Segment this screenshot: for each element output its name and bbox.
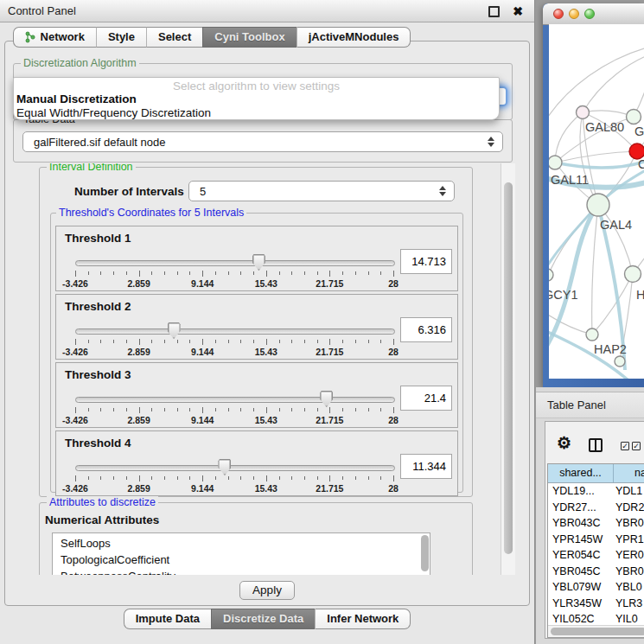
scrollbar-thumb[interactable] [504,182,513,554]
close-window-icon[interactable] [553,9,564,19]
cell-shared-name[interactable]: YBR045C [548,564,615,580]
cell-name[interactable]: YER0 [615,547,644,564]
cell-name[interactable]: YBR0 [615,564,644,580]
close-panel-icon[interactable]: ✖ [513,2,523,21]
slider-thumb[interactable] [320,391,333,407]
network-node[interactable] [627,110,641,124]
threshold-value-field[interactable]: 6.316 [400,317,452,342]
slider-tick [355,408,356,411]
slider-thumb[interactable] [252,254,265,271]
table-row[interactable]: YBL079WYBL0 [548,579,644,596]
network-window-titlebar [543,3,644,25]
thresholds-group: Threshold's Coordinates for 5 Intervals … [50,213,463,493]
table-row[interactable]: YDR27...YDR2 [548,500,644,516]
apply-button[interactable]: Apply [239,581,295,600]
threshold-value-field[interactable]: 21.4 [400,386,452,411]
network-node[interactable] [549,156,562,169]
slider-tick [253,476,254,480]
slider-tick [151,340,152,343]
cell-shared-name[interactable]: YDL19... [548,483,615,500]
algorithm-option-manual[interactable]: Manual Discretization [14,92,499,106]
slider-track[interactable] [75,465,395,471]
slider-track[interactable] [75,328,395,335]
slider-thumb[interactable] [168,322,181,339]
list-scrollbar[interactable] [421,535,429,571]
cell-name[interactable]: YLR3 [615,596,644,612]
slider-tick [100,340,101,343]
checked-checkbox-icon[interactable]: ✓ [632,442,641,450]
cell-shared-name[interactable]: YPR145W [548,532,615,548]
tab-cyni-toolbox[interactable]: Cyni Toolbox [202,27,296,48]
cell-name[interactable]: YDR2 [615,500,644,516]
threshold-label: Threshold 3 [65,368,131,381]
cell-shared-name[interactable]: YDR27... [548,500,615,516]
slider-tick [304,476,305,480]
table-horizontal-scrollbar[interactable] [548,625,644,637]
attribute-item[interactable]: BetweennessCentrality [53,568,430,575]
table-row[interactable]: YPR145WYPR1 [548,532,644,548]
split-columns-icon[interactable] [589,438,603,452]
network-canvas[interactable]: GAL80GACGAL11GAL4GCY1HAHAP2 [549,24,644,379]
network-edge-highlighted[interactable] [555,156,644,168]
threshold-value-field[interactable]: 11.344 [400,454,452,479]
table-row[interactable]: YER054CYER0 [548,547,644,564]
numerical-attributes-list[interactable]: SelfLoopsTopologicalCoefficientBetweenne… [52,532,430,575]
network-node[interactable] [577,106,590,119]
threshold-value-field[interactable]: 14.713 [400,249,452,274]
network-node[interactable] [615,356,625,367]
table-row[interactable]: YLR345WYLR3 [548,596,644,612]
slider-thumb[interactable] [218,459,231,475]
network-node[interactable] [625,266,641,283]
network-node[interactable] [587,194,609,216]
cell-shared-name[interactable]: YER054C [548,547,615,564]
slider-tick [215,408,216,411]
table-data-group: Table Data galFiltered.sif default node [13,119,513,163]
table-row[interactable]: YBR045CYBR0 [548,564,644,580]
cell-shared-name[interactable]: YBR043C [548,515,615,532]
attribute-item[interactable]: SelfLoops [53,535,430,552]
slider-track[interactable] [75,260,395,266]
column-header-name[interactable]: na [614,464,644,482]
table-row[interactable]: YDL19...YDL1 [548,483,644,500]
tab-network[interactable]: Network [13,27,96,48]
checked-checkbox-icon[interactable]: ✓ [621,442,629,450]
hscrollbar-thumb[interactable] [551,628,644,635]
tab-jactivemnodules[interactable]: jActiveMNodules [296,27,411,48]
cell-shared-name[interactable]: YLR345W [548,596,615,612]
slider-track[interactable] [75,397,395,403]
table-panel-window: Table Panel ⚙ ✓ ✓ shared... na YDL19...Y… [536,387,644,644]
tab-select[interactable]: Select [146,27,202,48]
cell-name[interactable]: YIL0 [615,611,644,626]
cell-name[interactable]: YPR1 [615,532,644,548]
slider-tick [189,408,190,411]
float-panel-icon[interactable] [488,6,500,17]
cell-shared-name[interactable]: YBL079W [548,579,615,596]
slider-tick [228,408,229,411]
gear-icon[interactable]: ⚙ [557,435,571,452]
table-row[interactable]: YBR043CYBR0 [548,515,644,532]
network-node[interactable] [586,328,598,341]
table-panel-title: Table Panel [547,392,606,418]
table-row[interactable]: YIL052CYIL0 [548,611,644,626]
network-node[interactable] [549,269,553,281]
cell-name[interactable]: YBR0 [615,515,644,532]
zoom-window-icon[interactable] [584,9,595,19]
tab-infer-network[interactable]: Infer Network [315,609,411,629]
attribute-item[interactable]: TopologicalCoefficient [53,552,430,568]
cell-name[interactable]: YDL1 [615,483,644,500]
algorithm-option-equal-width[interactable]: Equal Width/Frequency Discretization [14,106,499,120]
number-of-intervals-combobox[interactable]: 5 [188,181,455,201]
minimize-window-icon[interactable] [569,9,579,19]
tab-style[interactable]: Style [96,27,146,48]
network-node-label: GA [634,124,644,138]
network-edge[interactable] [592,205,598,335]
table-data-combobox[interactable]: galFiltered.sif default node [22,131,503,152]
cell-name[interactable]: YBL0 [615,579,644,596]
settings-vertical-scrollbar[interactable] [501,163,515,575]
tab-discretize-data[interactable]: Discretize Data [211,609,315,629]
interval-definition-group: Interval Definition Number of Intervals … [39,167,473,497]
cell-shared-name[interactable]: YIL052C [548,611,615,626]
network-edge[interactable] [555,112,583,163]
column-header-shared-name[interactable]: shared... [548,464,614,482]
tab-impute-data[interactable]: Impute Data [124,609,211,629]
